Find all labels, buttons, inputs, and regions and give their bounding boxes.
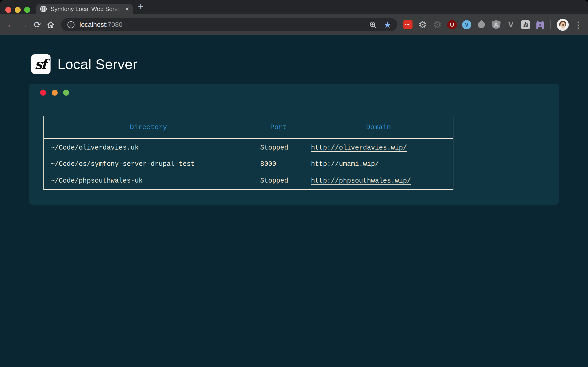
zoom-page-icon[interactable] (369, 21, 377, 29)
domain-link[interactable]: http://umami.wip/ (311, 160, 379, 168)
vue-glyph: V (508, 20, 514, 29)
table-row: ~/Code/phpsouthwales-ukStoppedhttp://php… (44, 173, 453, 190)
forward-icon[interactable]: → (17, 18, 31, 31)
servers-table: Directory Port Domain ~/Code/oliverdavie… (43, 116, 453, 190)
page-content: sf Local Server Directory Port Domain (0, 35, 588, 367)
window-minimize-button[interactable] (15, 7, 21, 13)
vimium-glyph: V (465, 22, 468, 28)
domain-cell: http://umami.wip/ (304, 156, 453, 173)
ublock-origin-glyph: U (450, 22, 454, 28)
symfony-logo: sf (31, 54, 51, 74)
lastpass-icon[interactable]: •••| (403, 20, 413, 29)
server-card: Directory Port Domain ~/Code/oliverdavie… (29, 84, 559, 205)
vimium-icon[interactable]: V (462, 20, 471, 29)
domain-cell: http://phpsouthwales.wip/ (304, 173, 453, 190)
tampermonkey-glyph: ⚙ (418, 19, 427, 30)
home-icon[interactable] (44, 18, 57, 31)
browser-toolbar: ← → ⟳ localhost :7080 (0, 14, 588, 35)
honey-glyph: h (523, 21, 528, 28)
browser-window: Symfony Local Web Server: Prox × + ← → ⟳ (0, 0, 588, 367)
angular-icon[interactable]: A (492, 20, 501, 29)
vue-icon[interactable]: V (506, 20, 515, 29)
domain-cell: http://oliverdavies.wip/ (304, 139, 453, 156)
branding: sf Local Server (31, 54, 588, 74)
lastpass-glyph: •••| (405, 23, 411, 27)
window-close-button[interactable] (5, 7, 11, 13)
port-cell: Stopped (253, 139, 304, 156)
toolbar-divider (550, 20, 551, 29)
table-row: ~/Code/oliverdavies.ukStoppedhttp://oliv… (44, 139, 453, 156)
ublock-origin-icon[interactable]: U (447, 20, 457, 29)
directory-cell: ~/Code/oliverdavies.uk (44, 139, 253, 156)
angular-glyph: A (494, 22, 498, 28)
drupal-icon[interactable] (477, 20, 486, 29)
domain-column-header: Domain (304, 116, 453, 139)
directory-cell: ~/Code/os/symfony-server-drupal-test (44, 156, 253, 173)
address-bar[interactable]: localhost :7080 ★ (61, 18, 397, 31)
card-green-dot (63, 90, 69, 96)
port-column-header: Port (253, 116, 304, 139)
tab-title: Symfony Local Web Server: Prox (51, 6, 123, 13)
port-cell: 8000 (253, 156, 304, 173)
disabled-extension-glyph: ⚙ (433, 19, 442, 30)
server-table-body: ~/Code/oliverdavies.ukStoppedhttp://oliv… (44, 139, 453, 190)
window-zoom-button[interactable] (24, 7, 30, 13)
domain-link[interactable]: http://oliverdavies.wip/ (311, 144, 407, 152)
tab-strip: Symfony Local Web Server: Prox × + (0, 0, 588, 14)
card-red-dot (40, 90, 46, 96)
profile-avatar[interactable] (557, 19, 569, 31)
window-controls (5, 7, 30, 13)
domain-link[interactable]: http://phpsouthwales.wip/ (311, 177, 411, 185)
url-host: localhost (79, 21, 106, 28)
bookmark-star-icon[interactable]: ★ (384, 20, 391, 29)
reload-icon[interactable]: ⟳ (31, 18, 44, 31)
screenshot-root: Symfony Local Web Server: Prox × + ← → ⟳ (0, 0, 588, 367)
tab-close-icon[interactable]: × (125, 6, 129, 12)
page-title: Local Server (57, 56, 137, 72)
refined-github-icon[interactable]: ᴥ (536, 20, 545, 29)
table-header-row: Directory Port Domain (44, 116, 453, 139)
back-icon[interactable]: ← (4, 18, 17, 31)
card-orange-dot (52, 90, 58, 96)
table-row: ~/Code/os/symfony-server-drupal-test8000… (44, 156, 453, 173)
new-tab-button[interactable]: + (138, 0, 144, 14)
disabled-extension-icon[interactable]: ⚙ (433, 20, 442, 29)
port-link[interactable]: 8000 (260, 160, 276, 168)
url-port: :7080 (106, 21, 122, 28)
card-traffic-dots (40, 90, 559, 96)
refined-github-glyph: ᴥ (539, 23, 541, 27)
directory-cell: ~/Code/phpsouthwales-uk (44, 173, 253, 190)
site-info-icon[interactable] (67, 21, 75, 29)
port-cell: Stopped (253, 173, 304, 190)
directory-column-header: Directory (44, 116, 253, 139)
globe-favicon-icon (40, 6, 47, 12)
tampermonkey-icon[interactable]: ⚙ (418, 20, 427, 29)
extensions-area: •••|⚙⚙UVAVhᴥ (403, 20, 545, 29)
browser-menu-icon[interactable]: ⋮ (574, 20, 582, 30)
browser-tab[interactable]: Symfony Local Web Server: Prox × (36, 4, 133, 14)
honey-icon[interactable]: h (521, 20, 530, 29)
